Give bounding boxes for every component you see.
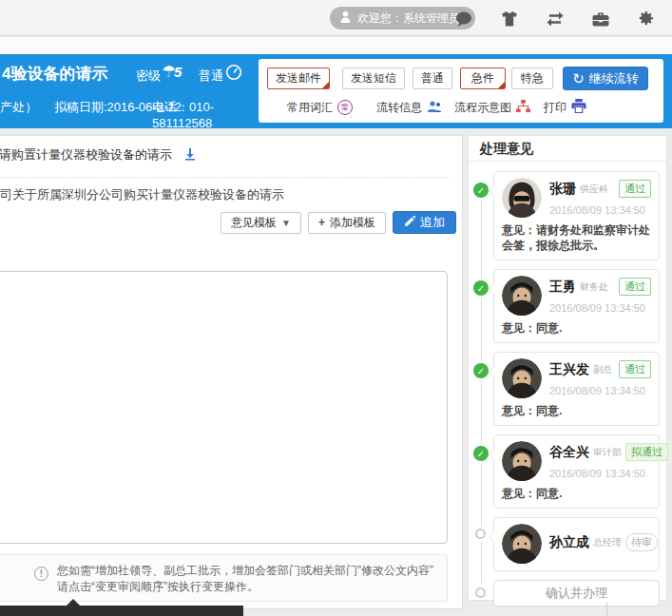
notice-line-2: 请点击“变更审阅顺序”按执行变更操作。 xyxy=(57,579,433,595)
document-title: 4验设备的请示 xyxy=(2,63,107,85)
document-subject: 公司关于所属深圳分公司购买计量仪器校验设备的请示 xyxy=(0,186,284,203)
opinion-card: 王兴发 副总 通过 2016/08/09 13:34:50 意见：同意. xyxy=(493,352,660,426)
document-header: 4验设备的请示 密级 ☂ 5 普通 产处） 拟稿日期:2016-06-2-12 … xyxy=(0,54,672,128)
approver-dept: 审计部 xyxy=(593,446,622,459)
clock-icon xyxy=(225,64,242,84)
avatar xyxy=(502,276,542,316)
pending-dot-icon xyxy=(475,587,486,598)
pending-dot-icon xyxy=(475,529,486,539)
send-mail-button[interactable]: 发送邮件 xyxy=(267,67,330,89)
opinion-card: 孙立成 总经理 待审 xyxy=(493,517,660,571)
user-greeting: 欢迎您：系统管理员 xyxy=(357,10,460,27)
opinions-panel: 处理意见 ✓ 张珊 供应科 通过 2016/08/09 13:34:50 xyxy=(468,135,667,601)
opinion-item: ✓ 张珊 供应科 通过 2016/08/09 13:34:50 xyxy=(469,171,660,260)
security-level: 5 xyxy=(174,64,182,80)
briefcase-icon[interactable] xyxy=(591,10,609,28)
download-icon[interactable] xyxy=(183,147,197,164)
settings-gear-icon[interactable] xyxy=(637,10,655,28)
opinion-card: 谷全兴 审计部 拟通过 2016/08/09 13:34:50 意见：同意. xyxy=(493,434,660,509)
user-icon xyxy=(339,10,352,26)
print-link[interactable]: 打印 xyxy=(544,98,586,117)
attachment-title: 申请购置计量仪器校验设备的请示 xyxy=(0,146,172,164)
people-icon xyxy=(427,100,442,116)
avatar xyxy=(502,358,542,398)
opinion-toolbar: 意见模板 ▼ + 添加模板 追加 xyxy=(221,211,456,234)
approver-name: 孙立成 xyxy=(549,534,589,551)
approver-dept: 副总 xyxy=(593,363,612,376)
priority-normal-button[interactable]: 普通 xyxy=(413,67,452,89)
opinion-item: ✓ 王勇 财务处 通过 2016/08/09 13:34:50 xyxy=(469,269,660,343)
add-template-button[interactable]: + 添加模板 xyxy=(308,212,386,234)
flow-diagram-link[interactable]: 流程示意图 xyxy=(454,98,530,117)
opinion-template-dropdown[interactable]: 意见模板 ▼ xyxy=(221,212,301,234)
confirm-item: 确认并办理 xyxy=(469,580,660,606)
priority-urgent-button[interactable]: 急件 xyxy=(460,67,506,89)
send-sms-button[interactable]: 发送短信 xyxy=(342,67,405,89)
approval-comment: 意见：同意. xyxy=(502,403,651,418)
continue-flow-button[interactable]: ↻ 继续流转 xyxy=(563,67,648,90)
approved-check-icon: ✓ xyxy=(473,280,489,296)
approval-comment: 意见：同意. xyxy=(502,486,651,501)
top-bar: 欢迎您：系统管理员 xyxy=(0,0,672,36)
approver-dept: 总经理 xyxy=(593,536,622,549)
approver-name: 张珊 xyxy=(549,181,576,198)
theme-icon[interactable] xyxy=(500,10,518,28)
approval-time: 2016/08/09 13:34:50 xyxy=(549,468,651,479)
refresh-icon: ↻ xyxy=(572,71,585,86)
chevron-down-icon: ▼ xyxy=(281,218,291,228)
info-icon: ! xyxy=(34,567,48,581)
top-bar-icons xyxy=(454,10,672,28)
plus-icon: + xyxy=(318,216,325,229)
opinion-item: 孙立成 总经理 待审 xyxy=(469,517,660,571)
tooltip-cutoff-bar xyxy=(0,606,243,616)
approver-name: 王兴发 xyxy=(549,361,589,378)
approver-dept: 供应科 xyxy=(580,183,608,196)
avatar xyxy=(502,524,542,564)
append-button[interactable]: 追加 xyxy=(393,211,456,234)
avatar xyxy=(502,178,542,218)
phrase-circle-icon: 常 xyxy=(337,100,353,115)
priority-extra-urgent-button[interactable]: 特急 xyxy=(511,67,553,89)
approval-time: 2016/08/09 13:34:50 xyxy=(549,385,651,396)
flow-info-link[interactable]: 流转信息 xyxy=(376,98,442,117)
approval-time: 2016/08/09 13:34:50 xyxy=(549,204,651,216)
approver-dept: 财务处 xyxy=(580,280,608,294)
approved-check-icon: ✓ xyxy=(473,183,489,198)
confirm-and-process-button[interactable]: 确认并办理 xyxy=(493,580,660,606)
dept-fragment: 产处） xyxy=(0,99,37,116)
status-badge: 待审 xyxy=(625,533,658,551)
opinion-card: 王勇 财务处 通过 2016/08/09 13:34:50 意见：同意. xyxy=(493,269,660,343)
status-badge: 通过 xyxy=(619,360,651,378)
tooltip-caret xyxy=(67,599,80,606)
avatar xyxy=(502,441,542,481)
notice-line-1: 您如需“增加社领导、副总工批示，增加会签部门或相关部门”修改公文内容” xyxy=(57,563,433,579)
printer-icon xyxy=(571,99,586,116)
header-gap xyxy=(0,37,672,54)
action-panel: 发送邮件 发送短信 普通 急件 特急 ↻ 继续流转 常用词汇 常 流转信息 流程… xyxy=(259,59,663,123)
opinion-item: ✓ 王兴发 副总 通过 2016/08/09 13:34:50 xyxy=(469,352,660,426)
opinion-card: 张珊 供应科 通过 2016/08/09 13:34:50 意见：请财务处和监察… xyxy=(493,171,660,260)
common-phrases-link[interactable]: 常用词汇 常 xyxy=(287,98,353,117)
security-label: 密级 xyxy=(136,67,161,85)
status-badge: 拟通过 xyxy=(625,443,668,461)
priority-label: 普通 xyxy=(199,67,223,85)
approver-name: 王勇 xyxy=(549,279,576,296)
approval-time: 2016/08/09 13:34:50 xyxy=(549,302,651,314)
transfer-icon[interactable] xyxy=(546,10,564,28)
document-content-panel: 申请购置计量仪器校验设备的请示 公司关于所属深圳分公司购买计量仪器校验设备的请示… xyxy=(0,135,463,609)
approval-timeline: ✓ 张珊 供应科 通过 2016/08/09 13:34:50 xyxy=(469,162,666,606)
sitemap-icon xyxy=(516,100,530,116)
footer-divider xyxy=(606,602,607,616)
opinion-textarea[interactable] xyxy=(0,271,448,544)
message-icon[interactable] xyxy=(454,10,472,28)
opinions-title: 处理意见 xyxy=(469,136,666,162)
status-badge: 通过 xyxy=(619,180,651,198)
phone-number: 电话：010-581112568 xyxy=(152,99,257,130)
approved-check-icon: ✓ xyxy=(473,446,489,461)
approver-name: 谷全兴 xyxy=(549,444,589,461)
notice-box: ! 您如需“增加社领导、副总工批示，增加会签部门或相关部门”修改公文内容” 请点… xyxy=(0,554,448,602)
approval-comment: 意见：同意. xyxy=(502,320,651,336)
dotted-divider xyxy=(0,177,450,178)
approval-comment: 意见：请财务处和监察审计处会签，报徐总批示。 xyxy=(502,222,651,253)
status-badge: 通过 xyxy=(619,278,651,296)
